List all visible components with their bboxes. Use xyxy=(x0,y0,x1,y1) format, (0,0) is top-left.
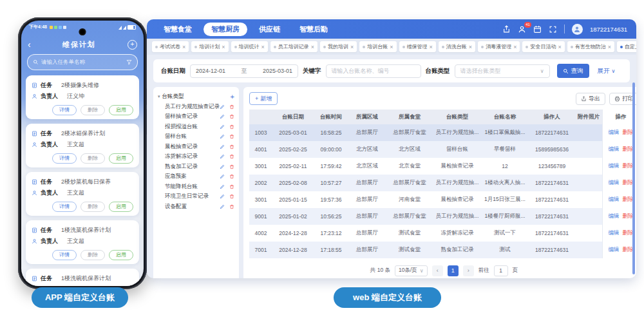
tree-header[interactable]: ▾ 台账类型 + xyxy=(158,91,234,102)
share-icon[interactable] xyxy=(502,25,511,33)
enable-button[interactable]: 启用 xyxy=(109,202,133,212)
date-range-input[interactable]: 2024-12-01 至 2025-03-01 xyxy=(190,64,298,78)
tab-close-icon[interactable]: × xyxy=(430,44,433,50)
delete-button[interactable]: 删除 xyxy=(80,202,105,212)
tab[interactable]: 培训统计 × xyxy=(231,41,268,52)
task-card[interactable]: 任务 2楼冰箱保养计划 负责人 王文超 详情 删除 启用 xyxy=(26,124,139,167)
enable-button[interactable]: 启用 xyxy=(109,153,133,164)
tree-item[interactable]: 报损报溢台账 xyxy=(158,122,234,132)
edit-icon[interactable] xyxy=(220,134,225,139)
tab-close-icon[interactable]: × xyxy=(261,44,265,50)
table-row[interactable]: 9001 2025-01-02 10:56:25 总部展厅 总部展厅食堂 员工行… xyxy=(249,208,636,225)
task-card[interactable]: 任务 2楼摄像头维修 负责人 汪义坤 详情 删除 启用 xyxy=(26,75,139,119)
edit-icon[interactable] xyxy=(220,164,225,169)
tab[interactable]: 安全日活动 × xyxy=(522,41,564,52)
tree-item[interactable]: 冻货解冻记录 xyxy=(158,152,234,162)
table-row[interactable]: 7001 2024-12-28 17:18:55 总部展厅 测试食堂 熟食加工记… xyxy=(249,242,636,258)
delete-button[interactable]: 删除 xyxy=(80,105,105,115)
nav-item[interactable]: 智慧食堂 xyxy=(156,23,200,36)
tab-close-icon[interactable]: × xyxy=(350,44,354,50)
trash-icon[interactable] xyxy=(229,184,234,189)
tree-item[interactable]: 熟食加工记录 xyxy=(158,162,234,172)
expand-link[interactable]: 展开 ∨ xyxy=(598,67,616,75)
tab[interactable]: 我的培训 × xyxy=(320,41,357,52)
delete-link[interactable]: 删除 xyxy=(623,246,634,253)
export-button[interactable]: 导出 xyxy=(576,93,605,105)
tab[interactable]: 清洗台账 × xyxy=(439,41,475,52)
next-page-button[interactable]: › xyxy=(463,265,474,276)
add-type-icon[interactable]: + xyxy=(231,93,234,100)
trash-icon[interactable] xyxy=(229,114,234,119)
delete-link[interactable]: 删除 xyxy=(623,162,634,169)
edit-link[interactable]: 编辑 xyxy=(609,146,620,152)
tab-close-icon[interactable]: × xyxy=(222,44,225,50)
current-page[interactable]: 1 xyxy=(448,265,459,276)
table-row[interactable]: 3001 2025-02-11 17:59:42 北京区域 北京食堂 晨检抽查记… xyxy=(249,158,636,175)
trash-icon[interactable] xyxy=(229,134,234,139)
delete-link[interactable]: 删除 xyxy=(623,229,634,236)
edit-icon[interactable] xyxy=(220,144,225,149)
tree-item[interactable]: 留样抽查记录 xyxy=(158,112,234,122)
delete-link[interactable]: 删除 xyxy=(623,146,634,152)
tree-item[interactable]: 环境卫生日常记录 xyxy=(158,192,234,202)
nav-item[interactable]: 智慧厨房 xyxy=(204,23,247,36)
table-row[interactable]: 4001 2025-02-25 09:00:00 北方区域 北方区域 留样台账 … xyxy=(249,141,636,158)
nav-item[interactable]: 供应链 xyxy=(251,23,288,36)
delete-link[interactable]: 删除 xyxy=(623,196,634,202)
tab-close-icon[interactable]: × xyxy=(608,44,611,50)
enable-button[interactable]: 启用 xyxy=(109,105,133,115)
edit-link[interactable]: 编辑 xyxy=(609,196,620,202)
tab[interactable]: 维保管理 × xyxy=(399,41,436,52)
task-card[interactable]: 任务 1楼洗菜机保养计划 负责人 王文超 详情 删除 启用 xyxy=(26,220,139,264)
keyword-input[interactable]: 请输入台账名称、编号 xyxy=(326,64,421,78)
trash-icon[interactable] xyxy=(229,144,234,149)
delete-button[interactable]: 删除 xyxy=(80,250,105,260)
task-card[interactable]: 任务 1楼洗碗机保养计划 负责人 王文超 详情 删除 启用 xyxy=(26,269,139,286)
tree-item[interactable]: 晨检抽查记录 xyxy=(158,142,234,152)
delete-button[interactable]: 删除 xyxy=(80,153,105,164)
tab[interactable]: 考试试卷 × xyxy=(152,41,189,52)
delete-link[interactable]: 删除 xyxy=(623,213,634,219)
edit-icon[interactable] xyxy=(220,174,225,179)
delete-link[interactable]: 删除 xyxy=(623,129,634,135)
type-select[interactable]: 请选择台账类型 ∨ xyxy=(455,64,550,78)
detail-button[interactable]: 详情 xyxy=(52,202,77,212)
edit-link[interactable]: 编辑 xyxy=(609,213,620,219)
trash-icon[interactable] xyxy=(229,104,234,110)
edit-icon[interactable] xyxy=(220,154,225,159)
vertical-scrollbar[interactable] xyxy=(632,82,635,274)
detail-button[interactable]: 详情 xyxy=(52,105,77,115)
edit-icon[interactable] xyxy=(220,194,225,199)
edit-link[interactable]: 编辑 xyxy=(609,162,620,169)
prev-page-button[interactable]: ‹ xyxy=(432,265,443,276)
schedule-icon[interactable] xyxy=(533,25,542,33)
edit-icon[interactable] xyxy=(220,184,225,189)
trash-icon[interactable] xyxy=(229,124,234,129)
notifications-icon[interactable]: 41 xyxy=(518,25,526,33)
edit-link[interactable]: 编辑 xyxy=(609,129,620,135)
tab[interactable]: 有害生物防治 × xyxy=(567,41,614,52)
table-row[interactable]: 3001 2025-01-15 19:57:36 总部展厅 河南食堂 晨检抽查记… xyxy=(249,191,636,208)
edit-link[interactable]: 编辑 xyxy=(609,179,620,186)
detail-button[interactable]: 详情 xyxy=(52,250,77,260)
tree-item[interactable]: 节能降耗台账 xyxy=(158,182,234,192)
tab[interactable]: 培训计划 × xyxy=(191,41,228,52)
tab-close-icon[interactable]: × xyxy=(182,44,185,50)
tab-close-icon[interactable]: × xyxy=(513,44,516,50)
trash-icon[interactable] xyxy=(229,154,234,159)
fullscreen-icon[interactable] xyxy=(549,25,557,33)
edit-icon[interactable] xyxy=(220,114,225,119)
enable-button[interactable]: 启用 xyxy=(109,250,133,260)
edit-icon[interactable] xyxy=(220,104,225,110)
tree-item[interactable]: 应急预案 xyxy=(158,172,234,182)
task-card[interactable]: 任务 2楼炒菜机每日保养 负责人 王文超 详情 删除 启用 xyxy=(26,172,139,216)
tree-item[interactable]: 设备配置 xyxy=(158,202,234,212)
tab-close-icon[interactable]: × xyxy=(558,44,561,50)
search-button[interactable]: 查询 xyxy=(557,64,589,78)
tab-close-icon[interactable]: × xyxy=(469,44,472,50)
tab[interactable]: 自定义台账 × xyxy=(617,41,636,52)
add-plan-icon[interactable]: + xyxy=(128,40,137,50)
tab[interactable]: 消毒液管理 × xyxy=(478,41,520,52)
edit-icon[interactable] xyxy=(220,124,225,129)
table-row[interactable]: 2002 2025-02-08 10:57:27 总部展厅 总部展厅食堂 员工行… xyxy=(249,175,636,191)
